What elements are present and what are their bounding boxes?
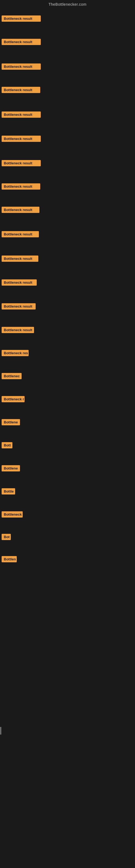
bottleneck-badge[interactable]: Bottleneck result (2, 231, 39, 237)
bottleneck-row[interactable]: Bottleneck result (0, 63, 42, 70)
bottleneck-badge[interactable]: Bott (2, 442, 12, 448)
bottleneck-badge[interactable]: Bottleneck res (2, 350, 29, 356)
bottleneck-row[interactable]: Bottleneck result (0, 87, 41, 94)
bottleneck-badge[interactable]: Bot (2, 534, 11, 540)
bottleneck-row[interactable]: Bottleneck result (0, 160, 42, 167)
bottleneck-badge[interactable]: Bottleneck (2, 511, 23, 518)
bottleneck-row[interactable]: Bottleneck result (0, 279, 38, 286)
bottleneck-badge[interactable]: Bottleneck result (2, 183, 40, 190)
bottleneck-row[interactable]: Bottleneck result (0, 112, 42, 118)
bottleneck-row[interactable]: Bottleneck result (0, 231, 40, 238)
bottleneck-row[interactable]: Bottle (0, 488, 16, 495)
bottleneck-row[interactable]: Bot (0, 534, 12, 540)
bottleneck-badge[interactable]: Bottlenec (2, 373, 21, 379)
bottleneck-row[interactable]: Bottlenec (0, 373, 23, 380)
bottleneck-badge[interactable]: Bottleneck result (2, 255, 38, 262)
bottleneck-badge[interactable]: Bottleneck result (2, 16, 41, 22)
bottleneck-badge[interactable]: Bottle (2, 488, 15, 495)
bottleneck-row[interactable]: Bottleneck result (0, 255, 39, 262)
bottleneck-badge[interactable]: Bottleneck r (2, 396, 25, 402)
bottleneck-badge[interactable]: Bottleneck result (2, 39, 41, 45)
bottleneck-badge[interactable]: Bottleneck result (2, 327, 34, 333)
bottleneck-row[interactable]: Bottleneck result (0, 303, 37, 310)
bottleneck-badge[interactable]: Bottleneck result (2, 303, 36, 310)
site-header: TheBottlenecker.com (0, 0, 135, 8)
bottleneck-row[interactable]: Bottleneck (0, 511, 24, 518)
bottleneck-row[interactable]: Bott (0, 442, 13, 449)
bottleneck-badge[interactable]: Bottleneck result (2, 279, 37, 286)
cursor-indicator (1, 727, 1, 735)
bottleneck-row[interactable]: Bottleneck result (0, 135, 42, 143)
bottleneck-row[interactable]: Bottleneck result (0, 183, 41, 190)
bottleneck-badge[interactable]: Bottleneck result (2, 87, 40, 93)
bottleneck-row[interactable]: Bottleneck result (0, 16, 42, 22)
bottleneck-badge[interactable]: Bottleneck result (2, 207, 39, 213)
bottleneck-row[interactable]: Bottlene (0, 465, 21, 472)
bottleneck-row[interactable]: Bottleneck result (0, 207, 41, 214)
bottleneck-badge[interactable]: Bottleneck result (2, 160, 41, 166)
bottleneck-badge[interactable]: Bottleneck result (2, 112, 41, 118)
bottleneck-row[interactable]: Bottlen (0, 556, 18, 563)
bottleneck-badge[interactable]: Bottlene (2, 419, 20, 425)
bottleneck-badge[interactable]: Bottlene (2, 465, 20, 471)
bottleneck-badge[interactable]: Bottleneck result (2, 135, 41, 142)
bottleneck-row[interactable]: Bottleneck res (0, 350, 30, 357)
bottleneck-row[interactable]: Bottleneck result (0, 327, 35, 334)
bottleneck-badge[interactable]: Bottlen (2, 556, 17, 562)
bottleneck-row[interactable]: Bottlene (0, 419, 21, 426)
bottleneck-row[interactable]: Bottleneck r (0, 396, 26, 403)
bottleneck-row[interactable]: Bottleneck result (0, 39, 42, 45)
bottleneck-badge[interactable]: Bottleneck result (2, 63, 41, 70)
